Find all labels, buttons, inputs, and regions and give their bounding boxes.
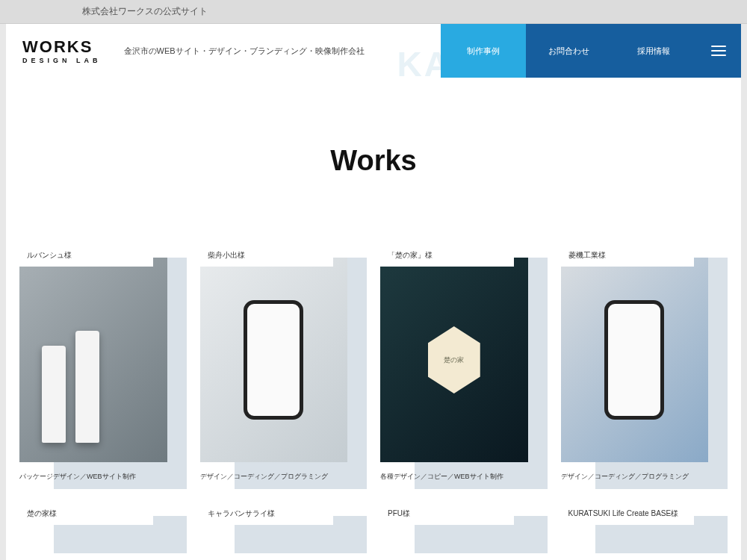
page-title: Works	[6, 145, 741, 177]
work-card[interactable]: KURATSUKI Life Create BASE様	[561, 503, 728, 553]
work-title: PFU様	[380, 503, 514, 525]
nav-works[interactable]: 制作事例	[441, 24, 526, 78]
work-image	[561, 258, 709, 462]
work-title: 柴舟小出様	[200, 244, 334, 267]
work-card[interactable]: 菱機工業様 デザイン／コーディング／プログラミング	[561, 244, 728, 489]
work-subtitle: パッケージデザイン／WEBサイト制作	[19, 472, 136, 482]
work-card[interactable]: PFU様	[380, 503, 548, 553]
work-card[interactable]: 楚の家様	[19, 503, 187, 553]
work-card[interactable]: 柴舟小出様 デザイン／コーディング／プログラミング	[200, 244, 368, 489]
page-content: WEB DESIGN & SEO KANAZAWA AREA WORKS DES…	[6, 24, 741, 560]
work-title: 菱機工業様	[561, 244, 695, 267]
work-image	[200, 258, 348, 462]
work-card[interactable]: キャラバンサライ様	[200, 503, 368, 553]
logo-sub: DESIGN LAB	[22, 57, 102, 64]
work-title: 楚の家様	[19, 503, 153, 525]
window-title: 株式会社ワークスの公式サイト	[82, 5, 208, 18]
works-grid-row2: 楚の家様 キャラバンサライ様 PFU様 KURATSUKI Life Creat…	[6, 503, 741, 553]
work-title: KURATSUKI Life Create BASE様	[561, 503, 695, 525]
work-card[interactable]: ルバンシュ様 パッケージデザイン／WEBサイト制作	[19, 244, 187, 489]
logo-main: WORKS	[22, 37, 102, 57]
work-card[interactable]: 「楚の家」様 楚の家 各種デザイン／コピー／WEBサイト制作	[380, 244, 548, 489]
site-logo[interactable]: WORKS DESIGN LAB	[22, 37, 102, 64]
works-grid: ルバンシュ様 パッケージデザイン／WEBサイト制作 柴舟小出様 デザイン／コーデ…	[6, 244, 741, 489]
work-subtitle: デザイン／コーディング／プログラミング	[200, 472, 328, 482]
hamburger-icon	[711, 46, 726, 56]
work-image	[19, 258, 167, 462]
work-title: 「楚の家」様	[380, 244, 514, 267]
work-subtitle: 各種デザイン／コピー／WEBサイト制作	[380, 472, 503, 482]
nav-contact[interactable]: お問合わせ	[526, 24, 611, 78]
site-header: WORKS DESIGN LAB 金沢市のWEBサイト・デザイン・ブランディング…	[6, 24, 741, 78]
site-tagline: 金沢市のWEBサイト・デザイン・ブランディング・映像制作会社	[124, 46, 365, 57]
nav-menu-button[interactable]	[696, 24, 741, 78]
main-nav: 制作事例 お問合わせ 採用情報	[441, 24, 741, 78]
work-image: 楚の家	[380, 258, 528, 462]
work-subtitle: デザイン／コーディング／プログラミング	[561, 472, 689, 482]
window-titlebar: 株式会社ワークスの公式サイト	[0, 0, 747, 24]
work-title: ルバンシュ様	[19, 244, 153, 267]
hex-sign: 楚の家	[428, 326, 480, 393]
nav-recruit[interactable]: 採用情報	[611, 24, 696, 78]
work-title: キャラバンサライ様	[200, 503, 334, 525]
